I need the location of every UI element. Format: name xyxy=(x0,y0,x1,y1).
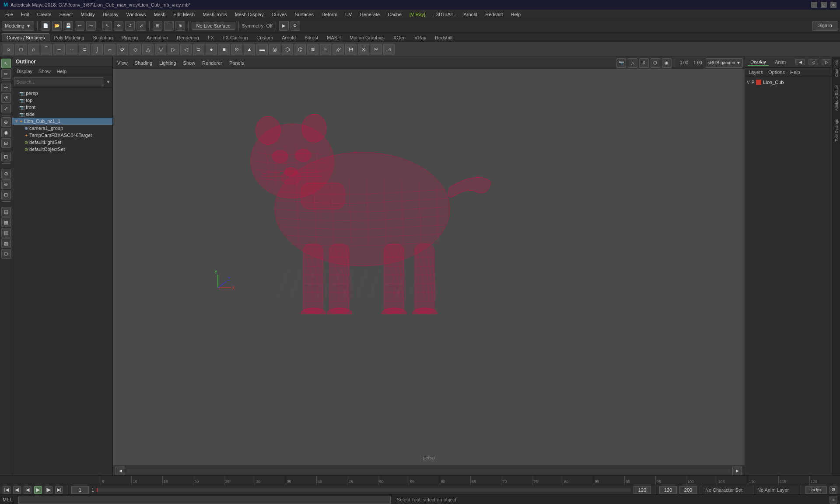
shelf-icon-deform-set[interactable]: ⊠ xyxy=(358,44,369,55)
menu-arnold[interactable]: Arnold xyxy=(460,11,481,18)
shelf-icon-birail[interactable]: ▷ xyxy=(168,44,179,55)
vp-scroll-left[interactable]: ◀ xyxy=(116,466,125,476)
move-tool-button[interactable]: ✛ xyxy=(114,21,123,31)
step-back-button[interactable]: ◀| xyxy=(13,486,21,494)
shelf-icon-sculpt[interactable]: ⬡ xyxy=(282,44,293,55)
outliner-search-input[interactable] xyxy=(14,77,104,86)
menu-cache[interactable]: Cache xyxy=(384,11,405,18)
shelf-tab-rendering[interactable]: Rendering xyxy=(172,34,203,42)
outliner-item-tempcam[interactable]: ✦ TempCamFBXASC046Target xyxy=(12,132,112,139)
menu-display[interactable]: Display xyxy=(99,11,122,18)
menu-vray[interactable]: [V-Ray] xyxy=(406,11,429,18)
menu-edit-mesh[interactable]: Edit Mesh xyxy=(170,11,198,18)
show-manip-tool[interactable]: ⊞ xyxy=(1,138,11,148)
shelf-icon-curve3[interactable]: ⌣ xyxy=(66,44,77,55)
step-forward-button[interactable]: |▶ xyxy=(45,486,52,494)
scale-tool[interactable]: ⤢ xyxy=(1,104,11,113)
shelf-icon-relax[interactable]: ⌭ xyxy=(332,44,344,55)
snap-grid-button[interactable]: ⊞ xyxy=(153,21,162,31)
shelf-tab-bifrost[interactable]: Bifrost xyxy=(300,34,322,42)
paint-select-tool[interactable]: ✏ xyxy=(1,69,11,79)
shelf-icon-project[interactable]: ⊿ xyxy=(383,44,395,55)
shelf-icon-boundary[interactable]: ◁ xyxy=(180,44,192,55)
display-layer-tool[interactable]: ▤ xyxy=(1,207,11,217)
shelf-icon-nurbs-plane[interactable]: ▬ xyxy=(256,44,268,55)
go-to-start-button[interactable]: |◀ xyxy=(3,486,10,494)
vp-camera-btn[interactable]: 📷 xyxy=(616,58,626,68)
shelf-icon-extrude[interactable]: △ xyxy=(142,44,154,55)
menu-select[interactable]: Select xyxy=(56,11,77,18)
vtab-channels[interactable]: Channels xyxy=(833,59,840,79)
rotate-tool-button[interactable]: ↺ xyxy=(125,21,135,31)
outliner-item-default-object-set[interactable]: ⊙ defaultObjectSet xyxy=(12,146,112,153)
shelf-icon-texture-deform[interactable]: ⊟ xyxy=(345,44,357,55)
no-live-surface[interactable]: No Live Surface xyxy=(192,22,235,30)
outliner-item-top[interactable]: 📷 top xyxy=(12,97,112,104)
shelf-tab-arnold[interactable]: Arnold xyxy=(277,34,300,42)
shelf-icon-trim[interactable]: ✂ xyxy=(371,44,382,55)
vp-grid-btn[interactable]: # xyxy=(639,58,649,68)
shelf-tab-motion-graphics[interactable]: Motion Graphics xyxy=(345,34,389,42)
close-button[interactable]: × xyxy=(830,2,836,8)
vtab-tool-settings[interactable]: Tool Settings xyxy=(833,117,840,144)
last-tool[interactable]: ⊡ xyxy=(1,152,11,161)
undo-button[interactable]: ↩ xyxy=(75,21,84,31)
shelf-tab-poly-modeling[interactable]: Poly Modeling xyxy=(49,34,88,42)
vp-menu-shading[interactable]: Shading xyxy=(132,60,155,66)
time-slider[interactable] xyxy=(97,488,631,492)
display-tab[interactable]: Display xyxy=(748,58,769,66)
current-frame-input[interactable] xyxy=(71,486,89,494)
rp-menu-options[interactable]: Options xyxy=(766,69,787,76)
outliner-menu-help[interactable]: Help xyxy=(54,68,70,75)
shelf-icon-curve1[interactable]: ⌒ xyxy=(41,44,52,55)
scale-tool-button[interactable]: ⤢ xyxy=(136,21,146,31)
minimize-button[interactable]: − xyxy=(811,2,817,8)
soft-mod-tool[interactable]: ⊕ xyxy=(1,117,11,127)
vp-gamma-btn[interactable]: sRGB gamma ▼ xyxy=(706,58,743,68)
shelf-icon-sweep[interactable]: ⊃ xyxy=(193,44,204,55)
shelf-icon-wrinkle[interactable]: ≋ xyxy=(307,44,318,55)
sign-in-button[interactable]: Sign In xyxy=(812,21,838,31)
shelf-icon-curve6[interactable]: ⌐ xyxy=(104,44,116,55)
move-tool[interactable]: ✛ xyxy=(1,83,11,92)
outliner-menu-display[interactable]: Display xyxy=(14,68,35,75)
menu-modify[interactable]: Modify xyxy=(77,11,98,18)
outliner-search-btn[interactable]: ▼ xyxy=(106,79,111,84)
outliner-menu-show[interactable]: Show xyxy=(36,68,53,75)
redo-button[interactable]: ↪ xyxy=(86,21,96,31)
shelf-icon-nurbs-cube[interactable]: ■ xyxy=(218,44,230,55)
shelf-icon-arc[interactable]: ∩ xyxy=(28,44,39,55)
vp-wireframe-btn[interactable]: ⬡ xyxy=(651,58,660,68)
vp-menu-view[interactable]: View xyxy=(115,60,130,66)
shelf-icon-curve2[interactable]: ∼ xyxy=(53,44,65,55)
open-scene-button[interactable]: 📂 xyxy=(52,21,62,31)
shelf-tab-custom[interactable]: Custom xyxy=(252,34,277,42)
shelf-tab-redshift[interactable]: Redshift xyxy=(430,34,457,42)
shelf-tab-rigging[interactable]: Rigging xyxy=(117,34,142,42)
playback-start-input[interactable] xyxy=(659,486,677,494)
menu-generate[interactable]: Generate xyxy=(356,11,383,18)
outliner-item-front[interactable]: 📷 front xyxy=(12,104,112,111)
rp-prev2-btn[interactable]: ◁ xyxy=(808,59,818,65)
outliner-item-lion-cub[interactable]: ▼ ✦ Lion_Cub_nc1_1 xyxy=(12,118,112,125)
menu-mesh[interactable]: Mesh xyxy=(150,11,169,18)
shelf-icon-nurbs-cone[interactable]: ▲ xyxy=(244,44,255,55)
shelf-tab-mash[interactable]: MASH xyxy=(322,34,345,42)
menu-curves[interactable]: Curves xyxy=(268,11,290,18)
shelf-icon-wire[interactable]: ⌬ xyxy=(294,44,306,55)
save-scene-button[interactable]: 💾 xyxy=(63,21,73,31)
shelf-icon-curve4[interactable]: ⊂ xyxy=(79,44,90,55)
outliner-item-side[interactable]: 📷 side xyxy=(12,111,112,118)
menu-redshift[interactable]: Redshift xyxy=(482,11,506,18)
maximize-button[interactable]: □ xyxy=(821,2,827,8)
vp-menu-panels[interactable]: Panels xyxy=(227,60,247,66)
outliner-item-default-light-set[interactable]: ⊙ defaultLightSet xyxy=(12,139,112,146)
anim-layer-tool[interactable]: ▥ xyxy=(1,228,11,238)
shelf-icon-loft[interactable]: ◇ xyxy=(130,44,141,55)
end-frame-input[interactable] xyxy=(634,486,651,494)
shelf-icon-revolve[interactable]: ⟳ xyxy=(117,44,128,55)
menu-deform[interactable]: Deform xyxy=(318,11,341,18)
vtab-attr-editor[interactable]: Attribute Editor xyxy=(833,83,840,113)
viewport-canvas[interactable]: X Y Z persp xyxy=(113,69,745,466)
select-tool-button[interactable]: ↖ xyxy=(102,21,112,31)
